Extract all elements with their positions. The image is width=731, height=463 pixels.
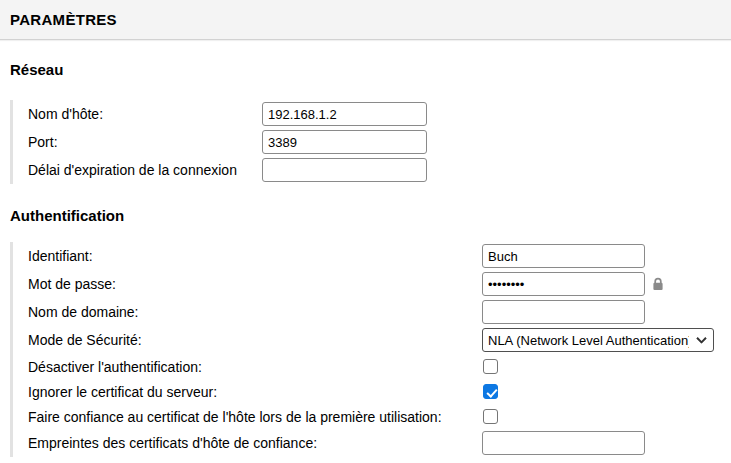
- section-authentication: Authentification Identifiant: Mot de pas…: [10, 207, 721, 457]
- username-row: Identifiant:: [28, 242, 721, 270]
- disable-auth-row: Désactiver l'authentification:: [28, 354, 721, 379]
- trust-on-first-use-label: Faire confiance au certificat de l'hôte …: [28, 409, 482, 425]
- password-row: Mot de passe:: [28, 270, 721, 298]
- trust-on-first-use-row: Faire confiance au certificat de l'hôte …: [28, 404, 721, 429]
- connection-timeout-input[interactable]: [262, 158, 427, 182]
- security-mode-select-wrap: NLA (Network Level Authentication): [482, 328, 714, 352]
- ignore-server-cert-row: Ignorer le certificat du serveur:: [28, 379, 721, 404]
- settings-form: Réseau Nom d'hôte: Port: Délai d'expirat…: [0, 61, 731, 457]
- trust-on-first-use-checkbox[interactable]: [483, 409, 498, 424]
- hostname-input[interactable]: [262, 102, 427, 126]
- domain-label: Nom de domaine:: [28, 304, 482, 320]
- security-mode-select[interactable]: NLA (Network Level Authentication): [482, 328, 714, 352]
- disable-auth-checkbox[interactable]: [483, 359, 498, 374]
- lock-icon: [652, 277, 664, 291]
- port-row: Port:: [28, 128, 721, 156]
- ignore-server-cert-label: Ignorer le certificat du serveur:: [28, 384, 482, 400]
- authentication-section-title: Authentification: [10, 207, 721, 225]
- username-input[interactable]: [482, 244, 645, 268]
- ignore-server-cert-checkbox[interactable]: [483, 384, 498, 399]
- password-input[interactable]: [482, 272, 645, 296]
- section-network: Réseau Nom d'hôte: Port: Délai d'expirat…: [10, 61, 721, 184]
- security-mode-label: Mode de Sécurité:: [28, 332, 482, 348]
- host-cert-fingerprints-label: Empreintes des certificats d'hôte de con…: [28, 435, 482, 451]
- port-label: Port:: [28, 134, 262, 150]
- security-mode-row: Mode de Sécurité: NLA (Network Level Aut…: [28, 326, 721, 354]
- authentication-fields: Identifiant: Mot de passe: Nom de doma: [10, 242, 721, 457]
- domain-row: Nom de domaine:: [28, 298, 721, 326]
- disable-auth-label: Désactiver l'authentification:: [28, 359, 482, 375]
- host-cert-fingerprints-row: Empreintes des certificats d'hôte de con…: [28, 429, 721, 457]
- connection-timeout-row: Délai d'expiration de la connexion: [28, 156, 721, 184]
- domain-input[interactable]: [482, 300, 645, 324]
- settings-header: PARAMÈTRES: [0, 0, 731, 40]
- port-input[interactable]: [262, 130, 427, 154]
- password-label: Mot de passe:: [28, 276, 482, 292]
- network-fields: Nom d'hôte: Port: Délai d'expiration de …: [10, 100, 721, 184]
- hostname-label: Nom d'hôte:: [28, 106, 262, 122]
- hostname-row: Nom d'hôte:: [28, 100, 721, 128]
- username-label: Identifiant:: [28, 248, 482, 264]
- page-title: PARAMÈTRES: [10, 11, 117, 28]
- host-cert-fingerprints-input[interactable]: [482, 431, 645, 455]
- password-field-group: [482, 272, 664, 296]
- network-section-title: Réseau: [10, 61, 721, 79]
- connection-timeout-label: Délai d'expiration de la connexion: [28, 162, 262, 178]
